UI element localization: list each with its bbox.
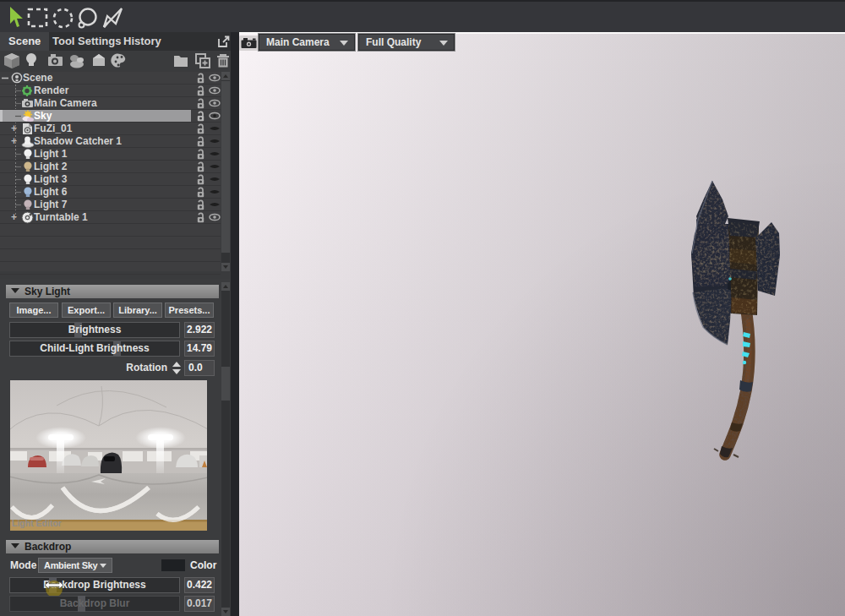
svg-text:Light Editor: Light Editor <box>12 518 62 528</box>
